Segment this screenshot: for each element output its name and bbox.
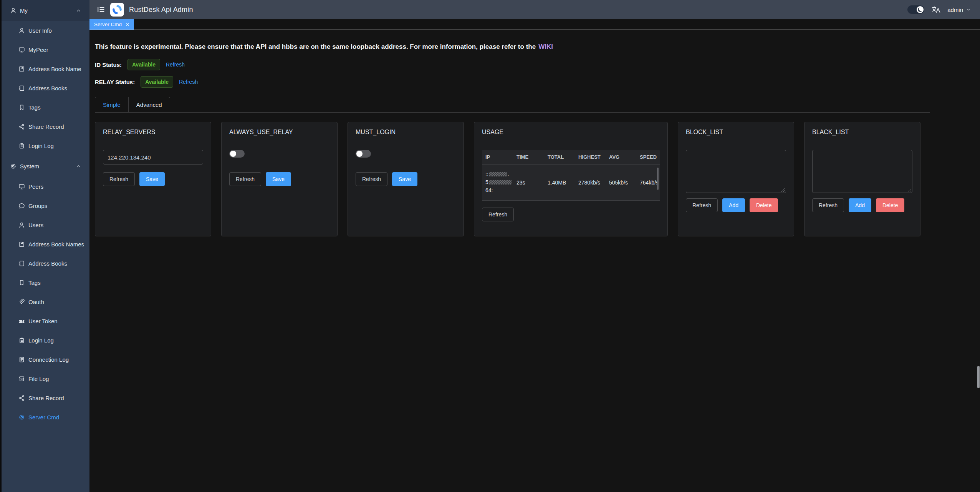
user-dropdown[interactable]: admin bbox=[947, 7, 971, 13]
close-icon[interactable]: ✕ bbox=[126, 22, 129, 27]
bookmark-icon bbox=[18, 279, 25, 286]
sidebar-fold-icon[interactable] bbox=[97, 5, 105, 14]
card-title: USAGE bbox=[474, 122, 667, 142]
item-label: Users bbox=[28, 222, 43, 228]
theme-toggle[interactable] bbox=[907, 5, 924, 14]
relay-status-badge: Available bbox=[141, 76, 173, 88]
item-label: Groups bbox=[28, 203, 47, 209]
sidebar-item-users[interactable]: Users bbox=[0, 215, 89, 234]
id-status-refresh-link[interactable]: Refresh bbox=[166, 62, 185, 68]
sidebar-item-tags[interactable]: Tags bbox=[0, 98, 89, 117]
col-speed: SPEED bbox=[636, 154, 660, 160]
book-icon bbox=[18, 241, 25, 248]
card-must-login: MUST_LOGIN Refresh Save bbox=[348, 122, 464, 236]
sidebar-item-address-books[interactable]: Address Books bbox=[0, 78, 89, 98]
sidebar-section-system[interactable]: System bbox=[0, 155, 89, 177]
cell-total: 1.40MB bbox=[544, 180, 575, 186]
sidebar-item-address-books-2[interactable]: Address Books bbox=[0, 254, 89, 273]
usage-table: IP TIME TOTAL HIGHEST AVG SPEED ::. 5 64… bbox=[482, 150, 660, 201]
refresh-button[interactable]: Refresh bbox=[686, 198, 718, 212]
wiki-link[interactable]: WIKI bbox=[538, 43, 553, 50]
sidebar-item-tags-2[interactable]: Tags bbox=[0, 273, 89, 292]
tab-server-cmd[interactable]: Server Cmd ✕ bbox=[89, 19, 134, 30]
sidebar-item-oauth[interactable]: Oauth bbox=[0, 292, 89, 311]
col-avg: AVG bbox=[606, 154, 636, 160]
sidebar-item-groups[interactable]: Groups bbox=[0, 196, 89, 215]
refresh-button[interactable]: Refresh bbox=[103, 172, 135, 186]
clipboard-icon bbox=[18, 143, 25, 149]
monitor-icon bbox=[18, 47, 25, 53]
save-button[interactable]: Save bbox=[266, 172, 291, 186]
sidebar-item-address-book-names[interactable]: Address Book Names bbox=[0, 234, 89, 254]
notebook-icon bbox=[18, 260, 25, 267]
id-status-label: ID Status: bbox=[95, 62, 122, 68]
delete-button[interactable]: Delete bbox=[750, 198, 778, 212]
page-scrollbar-thumb[interactable] bbox=[977, 366, 980, 388]
card-title: ALWAYS_USE_RELAY bbox=[222, 122, 337, 142]
button-row: Refresh Add Delete bbox=[686, 198, 786, 212]
item-label: Share Record bbox=[28, 123, 64, 130]
sidebar-section-my[interactable]: My bbox=[0, 0, 89, 21]
sidebar-item-share-record[interactable]: Share Record bbox=[0, 117, 89, 136]
must-login-toggle[interactable] bbox=[356, 150, 371, 158]
delete-button[interactable]: Delete bbox=[876, 198, 904, 212]
sidebar-item-connection-log[interactable]: Connection Log bbox=[0, 350, 89, 369]
sidebar-item-server-cmd[interactable]: Server Cmd bbox=[0, 407, 89, 427]
card-title: MUST_LOGIN bbox=[348, 122, 464, 142]
translate-icon[interactable] bbox=[931, 5, 940, 14]
refresh-button[interactable]: Refresh bbox=[482, 208, 514, 221]
clipboard-icon bbox=[18, 337, 25, 344]
refresh-button[interactable]: Refresh bbox=[229, 172, 261, 186]
sidebar-item-peers[interactable]: Peers bbox=[0, 177, 89, 196]
card-body: Refresh Save bbox=[95, 142, 211, 194]
sidebar-item-user-info[interactable]: User Info bbox=[0, 21, 89, 40]
redacted-block bbox=[489, 172, 507, 176]
sidebar-item-address-book-name[interactable]: Address Book Name bbox=[0, 59, 89, 78]
top-header: RustDesk Api Admin admin bbox=[89, 0, 980, 19]
sidebar-item-mypeer[interactable]: MyPeer bbox=[0, 40, 89, 59]
tab-simple[interactable]: Simple bbox=[95, 97, 129, 113]
sidebar-item-file-log[interactable]: File Log bbox=[0, 369, 89, 388]
sidebar: My User Info MyPeer Address Book Name Ad… bbox=[0, 0, 89, 492]
tab-advanced[interactable]: Advanced bbox=[129, 97, 170, 113]
item-label: File Log bbox=[28, 376, 49, 382]
cell-highest: 2780kb/s bbox=[575, 180, 606, 186]
relay-servers-input[interactable] bbox=[103, 150, 203, 165]
block-list-textarea[interactable] bbox=[686, 150, 786, 193]
button-row: Refresh bbox=[482, 208, 660, 221]
item-label: Address Book Name bbox=[28, 66, 81, 72]
table-scrollbar[interactable] bbox=[657, 168, 659, 190]
sidebar-item-login-log-2[interactable]: Login Log bbox=[0, 331, 89, 350]
ip-line3: 64: bbox=[485, 187, 493, 193]
refresh-button[interactable]: Refresh bbox=[812, 198, 844, 212]
add-button[interactable]: Add bbox=[722, 198, 745, 212]
card-body: IP TIME TOTAL HIGHEST AVG SPEED ::. 5 64… bbox=[474, 142, 667, 229]
gear-icon bbox=[18, 414, 25, 421]
chevron-down-icon bbox=[966, 7, 971, 12]
relay-status-label: RELAY Status: bbox=[95, 79, 135, 85]
item-label: User Token bbox=[28, 318, 58, 324]
sidebar-item-user-token[interactable]: User Token bbox=[0, 311, 89, 331]
ip-line1-prefix: :: bbox=[485, 171, 488, 177]
add-button[interactable]: Add bbox=[849, 198, 871, 212]
relay-status-refresh-link[interactable]: Refresh bbox=[179, 79, 198, 85]
sidebar-item-login-log[interactable]: Login Log bbox=[0, 136, 89, 155]
save-button[interactable]: Save bbox=[139, 172, 165, 186]
toggle-knob bbox=[356, 151, 363, 157]
refresh-button[interactable]: Refresh bbox=[356, 172, 387, 186]
chevron-up-icon bbox=[75, 163, 82, 170]
button-row: Refresh Save bbox=[229, 172, 329, 186]
item-label: Address Books bbox=[28, 85, 67, 91]
always-use-relay-toggle[interactable] bbox=[229, 150, 245, 158]
sidebar-item-share-record-2[interactable]: Share Record bbox=[0, 388, 89, 407]
cell-ip: ::. 5 64: bbox=[482, 170, 513, 194]
item-label: Tags bbox=[28, 279, 41, 286]
item-label: Login Log bbox=[28, 337, 54, 344]
item-label: Address Book Names bbox=[28, 241, 84, 248]
card-always-use-relay: ALWAYS_USE_RELAY Refresh Save bbox=[221, 122, 338, 236]
window-tab-bar: Server Cmd ✕ bbox=[89, 19, 980, 30]
save-button[interactable]: Save bbox=[392, 172, 417, 186]
card-body: Refresh Save bbox=[348, 142, 464, 194]
notebook-icon bbox=[18, 85, 25, 91]
black-list-textarea[interactable] bbox=[812, 150, 912, 193]
